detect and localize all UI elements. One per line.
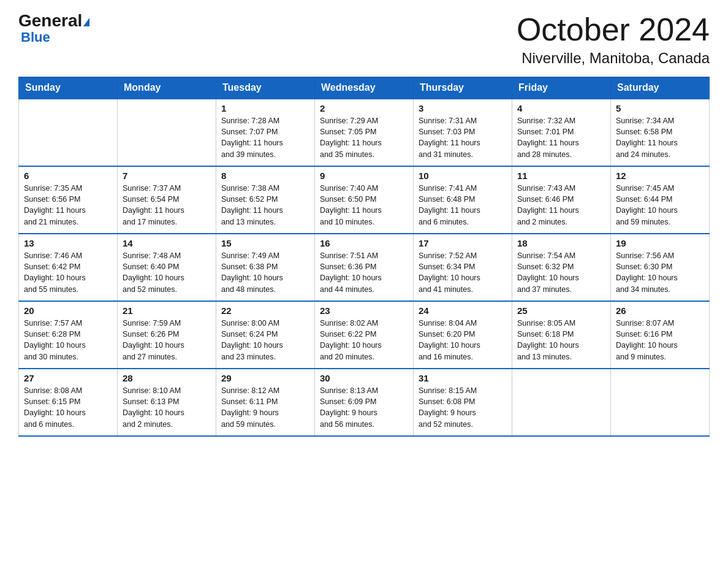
calendar-cell: 24Sunrise: 8:04 AMSunset: 6:20 PMDayligh… — [414, 301, 512, 369]
calendar-cell: 13Sunrise: 7:46 AMSunset: 6:42 PMDayligh… — [19, 234, 118, 301]
week-row-4: 20Sunrise: 7:57 AMSunset: 6:28 PMDayligh… — [19, 301, 710, 369]
calendar-cell: 25Sunrise: 8:05 AMSunset: 6:18 PMDayligh… — [512, 301, 611, 369]
day-number: 7 — [123, 170, 211, 181]
calendar-cell: 3Sunrise: 7:31 AMSunset: 7:03 PMDaylight… — [414, 99, 512, 166]
week-row-1: 1Sunrise: 7:28 AMSunset: 7:07 PMDaylight… — [19, 99, 710, 166]
day-info: Sunrise: 7:34 AMSunset: 6:58 PMDaylight:… — [616, 115, 704, 160]
logo-general: General — [18, 11, 82, 30]
day-info: Sunrise: 8:12 AMSunset: 6:11 PMDaylight:… — [221, 385, 309, 430]
calendar-cell — [19, 99, 118, 166]
day-number: 30 — [320, 373, 408, 383]
calendar: Sunday Monday Tuesday Wednesday Thursday… — [18, 77, 710, 437]
calendar-cell — [611, 369, 710, 436]
day-info: Sunrise: 7:37 AMSunset: 6:54 PMDaylight:… — [123, 183, 211, 228]
day-info: Sunrise: 7:51 AMSunset: 6:36 PMDaylight:… — [320, 250, 408, 295]
calendar-cell: 18Sunrise: 7:54 AMSunset: 6:32 PMDayligh… — [512, 234, 611, 301]
calendar-cell: 26Sunrise: 8:07 AMSunset: 6:16 PMDayligh… — [611, 301, 710, 369]
calendar-cell — [118, 99, 216, 166]
day-info: Sunrise: 7:48 AMSunset: 6:40 PMDaylight:… — [123, 250, 211, 295]
calendar-cell: 10Sunrise: 7:41 AMSunset: 6:48 PMDayligh… — [414, 166, 512, 234]
day-info: Sunrise: 8:05 AMSunset: 6:18 PMDaylight:… — [517, 318, 605, 362]
logo-triangle-icon — [83, 18, 89, 26]
day-info: Sunrise: 8:07 AMSunset: 6:16 PMDaylight:… — [616, 318, 704, 362]
day-info: Sunrise: 7:57 AMSunset: 6:28 PMDaylight:… — [24, 318, 112, 362]
day-info: Sunrise: 7:52 AMSunset: 6:34 PMDaylight:… — [419, 250, 507, 295]
month-title: October 2024 — [517, 12, 710, 47]
calendar-cell: 29Sunrise: 8:12 AMSunset: 6:11 PMDayligh… — [216, 369, 315, 436]
day-number: 10 — [419, 170, 507, 181]
day-info: Sunrise: 8:02 AMSunset: 6:22 PMDaylight:… — [320, 318, 408, 362]
day-number: 14 — [123, 238, 211, 248]
calendar-cell: 2Sunrise: 7:29 AMSunset: 7:05 PMDaylight… — [315, 99, 414, 166]
day-number: 2 — [320, 103, 408, 113]
day-number: 1 — [221, 103, 309, 113]
day-number: 26 — [616, 305, 704, 316]
day-info: Sunrise: 7:28 AMSunset: 7:07 PMDaylight:… — [221, 115, 309, 160]
calendar-cell: 11Sunrise: 7:43 AMSunset: 6:46 PMDayligh… — [512, 166, 611, 234]
day-info: Sunrise: 7:40 AMSunset: 6:50 PMDaylight:… — [320, 183, 408, 228]
day-number: 12 — [616, 170, 704, 181]
day-info: Sunrise: 7:29 AMSunset: 7:05 PMDaylight:… — [320, 115, 408, 160]
day-number: 6 — [24, 170, 112, 181]
calendar-cell: 28Sunrise: 8:10 AMSunset: 6:13 PMDayligh… — [118, 369, 216, 436]
day-number: 22 — [221, 305, 309, 316]
day-info: Sunrise: 8:00 AMSunset: 6:24 PMDaylight:… — [221, 318, 309, 362]
calendar-cell: 16Sunrise: 7:51 AMSunset: 6:36 PMDayligh… — [315, 234, 414, 301]
day-number: 20 — [24, 305, 112, 316]
calendar-cell: 20Sunrise: 7:57 AMSunset: 6:28 PMDayligh… — [19, 301, 118, 369]
day-info: Sunrise: 8:08 AMSunset: 6:15 PMDaylight:… — [24, 385, 112, 430]
col-thursday: Thursday — [414, 77, 512, 99]
day-info: Sunrise: 7:41 AMSunset: 6:48 PMDaylight:… — [419, 183, 507, 228]
day-info: Sunrise: 8:13 AMSunset: 6:09 PMDaylight:… — [320, 385, 408, 430]
calendar-cell: 12Sunrise: 7:45 AMSunset: 6:44 PMDayligh… — [611, 166, 710, 234]
calendar-cell: 1Sunrise: 7:28 AMSunset: 7:07 PMDaylight… — [216, 99, 315, 166]
col-wednesday: Wednesday — [315, 77, 414, 99]
day-info: Sunrise: 8:04 AMSunset: 6:20 PMDaylight:… — [419, 318, 507, 362]
week-row-2: 6Sunrise: 7:35 AMSunset: 6:56 PMDaylight… — [19, 166, 710, 234]
calendar-cell: 5Sunrise: 7:34 AMSunset: 6:58 PMDaylight… — [611, 99, 710, 166]
calendar-cell: 22Sunrise: 8:00 AMSunset: 6:24 PMDayligh… — [216, 301, 315, 369]
calendar-cell: 15Sunrise: 7:49 AMSunset: 6:38 PMDayligh… — [216, 234, 315, 301]
calendar-cell: 27Sunrise: 8:08 AMSunset: 6:15 PMDayligh… — [19, 369, 118, 436]
day-number: 28 — [123, 373, 211, 383]
day-info: Sunrise: 7:46 AMSunset: 6:42 PMDaylight:… — [24, 250, 112, 295]
day-info: Sunrise: 8:15 AMSunset: 6:08 PMDaylight:… — [419, 385, 507, 430]
week-row-5: 27Sunrise: 8:08 AMSunset: 6:15 PMDayligh… — [19, 369, 710, 436]
header-area: General Blue October 2024 Niverville, Ma… — [18, 12, 710, 67]
day-number: 29 — [221, 373, 309, 383]
calendar-header-row: Sunday Monday Tuesday Wednesday Thursday… — [19, 77, 710, 99]
day-number: 27 — [24, 373, 112, 383]
calendar-cell: 9Sunrise: 7:40 AMSunset: 6:50 PMDaylight… — [315, 166, 414, 234]
day-number: 15 — [221, 238, 309, 248]
calendar-cell: 8Sunrise: 7:38 AMSunset: 6:52 PMDaylight… — [216, 166, 315, 234]
col-saturday: Saturday — [611, 77, 710, 99]
day-info: Sunrise: 7:59 AMSunset: 6:26 PMDaylight:… — [123, 318, 211, 362]
day-number: 24 — [419, 305, 507, 316]
day-info: Sunrise: 8:10 AMSunset: 6:13 PMDaylight:… — [123, 385, 211, 430]
day-number: 25 — [517, 305, 605, 316]
day-number: 13 — [24, 238, 112, 248]
location-title: Niverville, Manitoba, Canada — [517, 50, 710, 67]
day-info: Sunrise: 7:38 AMSunset: 6:52 PMDaylight:… — [221, 183, 309, 228]
calendar-cell: 30Sunrise: 8:13 AMSunset: 6:09 PMDayligh… — [315, 369, 414, 436]
calendar-cell: 31Sunrise: 8:15 AMSunset: 6:08 PMDayligh… — [414, 369, 512, 436]
calendar-cell: 6Sunrise: 7:35 AMSunset: 6:56 PMDaylight… — [19, 166, 118, 234]
day-number: 17 — [419, 238, 507, 248]
day-number: 23 — [320, 305, 408, 316]
calendar-cell: 21Sunrise: 7:59 AMSunset: 6:26 PMDayligh… — [118, 301, 216, 369]
day-number: 19 — [616, 238, 704, 248]
calendar-cell — [512, 369, 611, 436]
day-info: Sunrise: 7:45 AMSunset: 6:44 PMDaylight:… — [616, 183, 704, 228]
logo: General Blue — [18, 12, 89, 45]
title-area: October 2024 Niverville, Manitoba, Canad… — [517, 12, 710, 67]
calendar-cell: 4Sunrise: 7:32 AMSunset: 7:01 PMDaylight… — [512, 99, 611, 166]
day-number: 18 — [517, 238, 605, 248]
day-number: 21 — [123, 305, 211, 316]
col-friday: Friday — [512, 77, 611, 99]
logo-blue: Blue — [21, 29, 50, 45]
col-tuesday: Tuesday — [216, 77, 315, 99]
day-info: Sunrise: 7:35 AMSunset: 6:56 PMDaylight:… — [24, 183, 112, 228]
day-number: 8 — [221, 170, 309, 181]
logo-text: General — [18, 12, 89, 29]
day-info: Sunrise: 7:32 AMSunset: 7:01 PMDaylight:… — [517, 115, 605, 160]
